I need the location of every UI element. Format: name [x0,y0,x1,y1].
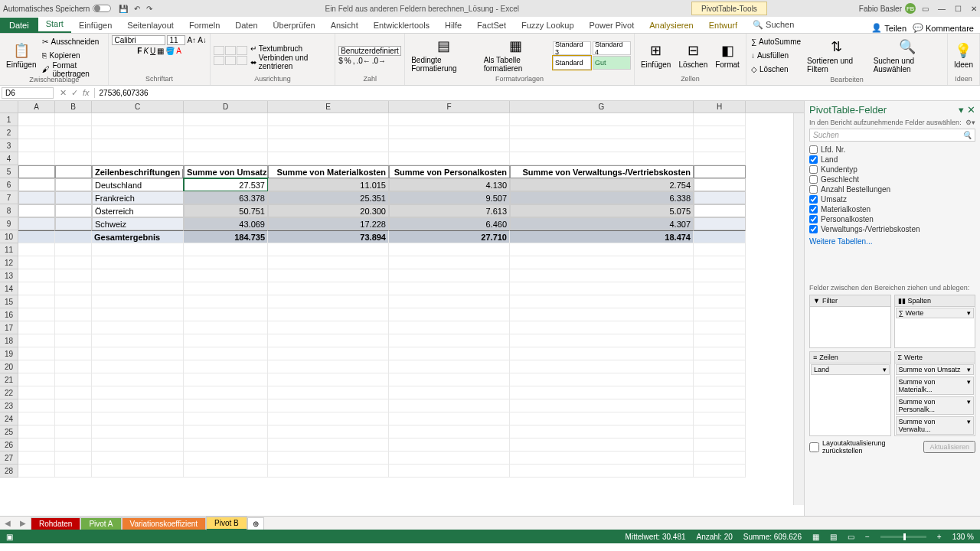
cell[interactable] [510,256,694,269]
cell[interactable] [92,439,184,452]
underline-button[interactable]: U [150,47,155,55]
currency-button[interactable]: $ [338,57,343,65]
tab-nav-next[interactable]: ▶ [15,519,31,527]
cell[interactable] [55,334,92,347]
cell[interactable] [184,334,268,347]
number-format-select[interactable]: Benutzerdefiniert [338,46,401,56]
cell[interactable] [510,399,694,412]
cell[interactable] [694,295,746,308]
view-page-icon[interactable]: ▤ [830,533,837,541]
row-header[interactable]: 15 [0,295,18,308]
cell[interactable]: 11.015 [268,178,389,191]
cell[interactable] [268,334,389,347]
cell[interactable] [389,373,510,386]
cell[interactable] [55,373,92,386]
cell[interactable] [510,126,694,139]
copy-button[interactable]: ⎘ Kopieren [41,49,105,62]
cell[interactable] [55,360,92,373]
cell[interactable] [389,282,510,295]
cell[interactable] [694,113,746,126]
row-header[interactable]: 22 [0,386,18,399]
cell[interactable] [184,243,268,256]
record-macro-icon[interactable]: ▣ [6,533,13,541]
col-header[interactable]: G [510,101,694,112]
undo-icon[interactable]: ↶ [134,5,140,13]
sheet-tab-variationskoeffizient[interactable]: Variationskoeffizient [122,517,207,530]
increase-font-icon[interactable]: A↑ [187,36,196,44]
pill-value[interactable]: Summe von Materialk...▾ [896,377,975,395]
cell[interactable] [55,165,92,178]
select-all-corner[interactable] [0,101,18,112]
name-box[interactable]: D6 [2,87,54,99]
cell[interactable] [510,269,694,282]
cell[interactable]: 4.307 [510,217,694,230]
cell[interactable] [184,139,268,152]
style-std4[interactable]: Standard 4 [593,41,631,55]
tab-review[interactable]: Überprüfen [266,18,323,33]
cell[interactable] [92,282,184,295]
row-header[interactable]: 2 [0,126,18,139]
vertical-scrollbar[interactable] [793,113,804,505]
cancel-formula-icon[interactable]: ✕ [60,88,67,98]
ideas-button[interactable]: 💡Ideen [951,41,976,70]
cell[interactable] [92,139,184,152]
cell[interactable] [389,425,510,439]
cell[interactable] [694,256,746,269]
cell[interactable]: Schweiz [92,217,184,230]
cell[interactable] [92,412,184,425]
tab-view[interactable]: Ansicht [323,18,366,33]
align-buttons[interactable] [214,46,247,65]
cell[interactable] [92,452,184,465]
cell[interactable] [184,308,268,321]
cell[interactable] [510,113,694,126]
field-checkbox[interactable]: Kundentyp [809,165,975,174]
sheet-tab-pivot-b[interactable]: Pivot B [206,517,247,530]
sort-filter-button[interactable]: ⇅Sortieren und Filtern [804,37,869,75]
tab-analyze[interactable]: Analysieren [642,18,701,33]
cell[interactable] [55,191,92,204]
enter-formula-icon[interactable]: ✓ [71,88,78,98]
row-header[interactable]: 21 [0,373,18,386]
cell[interactable] [184,113,268,126]
clear-button[interactable]: ◇ Löschen [750,63,802,76]
decrease-font-icon[interactable]: A↓ [198,36,207,44]
cell[interactable] [268,452,389,465]
insert-cells-button[interactable]: ⊞Einfügen [638,41,674,70]
style-std3[interactable]: Standard 3 [553,41,591,55]
checkbox[interactable] [809,155,818,164]
format-painter-button[interactable]: 🖌 Format übertragen [41,63,105,76]
row-header[interactable]: 18 [0,334,18,347]
cell[interactable] [389,465,510,478]
cell[interactable] [18,191,55,204]
cell[interactable] [55,152,92,165]
inc-decimal-button[interactable]: .0← [356,57,370,65]
cond-format-button[interactable]: ▤Bedingte Formatierung [408,36,479,74]
cell[interactable] [268,256,389,269]
cell[interactable] [55,465,92,478]
cell[interactable] [694,425,746,439]
share-button[interactable]: 👤 Teilen [871,23,906,33]
cell[interactable] [389,243,510,256]
cell[interactable] [55,113,92,126]
cell[interactable] [268,347,389,360]
cell[interactable] [18,347,55,360]
tab-data[interactable]: Daten [227,18,265,33]
cell[interactable] [18,243,55,256]
bold-button[interactable]: F [137,47,142,55]
tab-fuzzy[interactable]: Fuzzy Lookup [514,18,581,33]
cell[interactable]: 4.130 [389,178,510,191]
cell[interactable] [389,113,510,126]
cell[interactable] [92,269,184,282]
cell[interactable] [92,425,184,439]
cell[interactable] [510,452,694,465]
cell[interactable]: 43.069 [184,217,268,230]
cell[interactable] [694,230,746,243]
cell[interactable] [510,425,694,439]
tab-formulas[interactable]: Formeln [181,18,227,33]
find-select-button[interactable]: 🔍Suchen und Auswählen [871,37,944,75]
cell[interactable]: 2.754 [510,178,694,191]
format-cells-button[interactable]: ◧Format [712,41,743,70]
cell[interactable] [389,321,510,334]
cell[interactable] [55,439,92,452]
comments-button[interactable]: 💬 Kommentare [913,23,974,33]
